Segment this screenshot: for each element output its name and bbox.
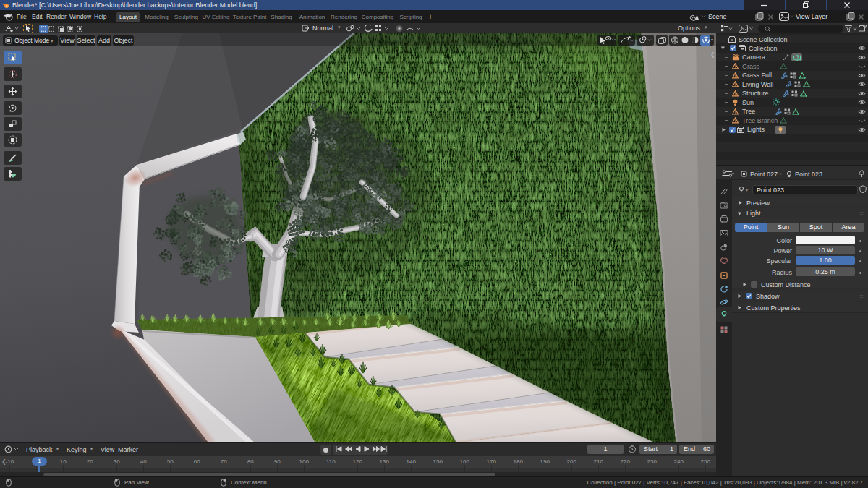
svg-text:❮: ❮ [710, 51, 715, 58]
